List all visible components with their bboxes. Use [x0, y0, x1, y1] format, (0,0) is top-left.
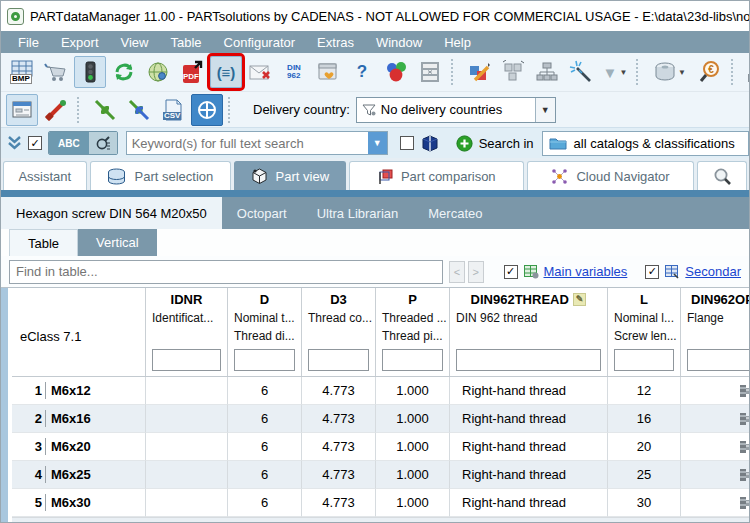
filter-input-din962opt1[interactable] — [687, 349, 749, 371]
doc-tab-ultra-librarian[interactable]: Ultra Librarian — [302, 197, 414, 229]
structure-button[interactable] — [531, 56, 563, 88]
filter-input-l[interactable] — [614, 349, 674, 371]
header-din962opt1[interactable]: DIN962OPT1✎ Flange — [681, 288, 749, 345]
keyword-history-dropdown-button[interactable]: ▼ — [368, 132, 387, 154]
menu-help[interactable]: Help — [433, 31, 482, 53]
table-row[interactable]: 5M6x30 6 4.773 1.000 Right-hand thread 3… — [12, 489, 749, 517]
shopping-cart-button[interactable] — [40, 56, 72, 88]
part-dropdown-button[interactable]: ▼ — [648, 56, 692, 88]
search-in-box[interactable]: all catalogs & classifications — [542, 131, 749, 156]
export-pdf-button[interactable]: PDF — [176, 56, 208, 88]
toolbar-main: BMP PDF (≡) DIN 962 — [1, 53, 749, 91]
filter-input-d[interactable] — [234, 349, 295, 371]
din962-button[interactable]: DIN 962 — [278, 56, 310, 88]
view-tab-vertical[interactable]: Vertical — [78, 229, 157, 256]
filter-input-idnr[interactable] — [152, 349, 221, 371]
find-in-table-input[interactable] — [9, 260, 443, 284]
wizard-button[interactable] — [565, 56, 597, 88]
export-exchange-button[interactable] — [89, 94, 121, 126]
tab-part-comparison[interactable]: Part comparison — [349, 161, 524, 190]
book-icon[interactable] — [420, 134, 440, 152]
header-idnr[interactable]: IDNR Identificat... — [146, 288, 228, 345]
world-view-button[interactable] — [191, 94, 223, 126]
table-row[interactable]: 1M6x12 6 4.773 1.000 Right-hand thread 1… — [12, 377, 749, 405]
refresh-button[interactable] — [108, 56, 140, 88]
table-row[interactable]: 3M6x20 6 4.773 1.000 Right-hand thread 2… — [12, 433, 749, 461]
find-previous-button[interactable]: < — [449, 261, 465, 283]
edit-configuration-button[interactable] — [463, 56, 495, 88]
tab-assistant[interactable]: Assistant — [3, 161, 87, 190]
view-tab-table[interactable]: Table — [9, 229, 78, 256]
tab-part-selection[interactable]: Part selection — [90, 161, 231, 190]
send-mail-button[interactable] — [244, 56, 276, 88]
doc-tab-hexagon-screw[interactable]: Hexagon screw DIN 564 M20x50 — [1, 197, 222, 229]
tab-search[interactable] — [697, 161, 747, 190]
menu-extras[interactable]: Extras — [306, 31, 365, 53]
euro-magnifier-icon: € — [698, 60, 722, 84]
header-din962thread[interactable]: DIN962THREAD✎ DIN 962 thread — [450, 288, 608, 345]
import-exchange-button[interactable] — [123, 94, 155, 126]
classification-button[interactable] — [380, 56, 412, 88]
catalog-search-checkbox[interactable] — [400, 136, 414, 150]
export-csv-button[interactable]: CSV — [157, 94, 189, 126]
shelf-icon — [418, 60, 442, 84]
screw-icon — [681, 377, 749, 405]
fulltext-checkbox[interactable]: ✓ — [28, 136, 42, 150]
main-variables-link[interactable]: Main variables — [544, 264, 628, 279]
help-button[interactable]: ? — [346, 56, 378, 88]
tab-part-view[interactable]: Part view — [234, 161, 346, 190]
menu-configurator[interactable]: Configurator — [213, 31, 307, 53]
assembly-button[interactable] — [497, 56, 529, 88]
abc-search-button[interactable]: ABC — [49, 132, 89, 154]
menu-window[interactable]: Window — [365, 31, 433, 53]
menu-view[interactable]: View — [110, 31, 160, 53]
find-row: < > ✓ Main variables ✓ Secondar — [1, 256, 749, 288]
table-row[interactable]: 2M6x16 6 4.773 1.000 Right-hand thread 1… — [12, 405, 749, 433]
header-d[interactable]: D Nominal t... Thread di... — [228, 288, 302, 345]
search-in-label: Search in — [479, 136, 534, 151]
table-row[interactable]: 4M6x25 6 4.773 1.000 Right-hand thread 2… — [12, 461, 749, 489]
formula-view-button[interactable]: (≡) — [210, 56, 242, 88]
filter-input-din962thread[interactable] — [456, 349, 601, 371]
header-l[interactable]: L Nominal l... Screw len... — [608, 288, 681, 345]
header-p[interactable]: P Threaded ... Thread pi... — [376, 288, 450, 345]
menu-export[interactable]: Export — [50, 31, 110, 53]
menu-table[interactable]: Table — [159, 31, 212, 53]
doc-tab-mercateo[interactable]: Mercateo — [413, 197, 497, 229]
tab-cloud-navigator[interactable]: Cloud Navigator — [527, 161, 694, 190]
next-part-button[interactable] — [743, 56, 750, 88]
add-search-icon[interactable] — [456, 135, 473, 152]
menu-file[interactable]: File — [7, 31, 50, 53]
green-arrows-icon — [93, 98, 117, 122]
main-variables-checkbox[interactable]: ✓ — [504, 265, 518, 279]
shelf-button[interactable] — [414, 56, 446, 88]
fastener-button[interactable] — [40, 94, 72, 126]
delivery-country-dropdown-button[interactable]: ▼ — [535, 98, 555, 122]
secondary-checkbox[interactable]: ✓ — [645, 265, 659, 279]
left-splitter[interactable] — [1, 288, 8, 523]
filter-input-p[interactable] — [382, 349, 443, 371]
form-view-button[interactable] — [6, 94, 38, 126]
secondary-variables-link[interactable]: Secondar — [685, 264, 741, 279]
formula-icon: (≡) — [217, 64, 236, 81]
delivery-country-combo[interactable]: No delivery countries ▼ — [356, 97, 556, 123]
find-next-button[interactable]: > — [468, 261, 484, 283]
publish-web-button[interactable] — [142, 56, 174, 88]
keyword-search-input[interactable] — [127, 132, 368, 154]
din962-icon-line2: 962 — [287, 72, 301, 80]
header-d3[interactable]: D3 Thread co... — [302, 288, 376, 345]
doc-tab-octopart[interactable]: Octopart — [222, 197, 302, 229]
filter-input-d3[interactable] — [308, 349, 369, 371]
export-bmp-button[interactable]: BMP — [6, 56, 38, 88]
view-tab-bar: Table Vertical — [1, 229, 749, 256]
traffic-light-button[interactable] — [74, 56, 106, 88]
refresh-icon — [112, 60, 136, 84]
views-dropdown-button[interactable]: ▼ ▼ — [599, 56, 631, 88]
price-search-button[interactable]: € — [694, 56, 726, 88]
edit-pencil-icon[interactable]: ✎ — [573, 293, 587, 306]
search-settings-button[interactable] — [89, 132, 117, 154]
screw-arrow-icon — [746, 60, 750, 84]
favorites-button[interactable] — [312, 56, 344, 88]
puzzle-pencil-icon — [467, 60, 491, 84]
collapse-chevrons-icon[interactable] — [7, 135, 22, 151]
